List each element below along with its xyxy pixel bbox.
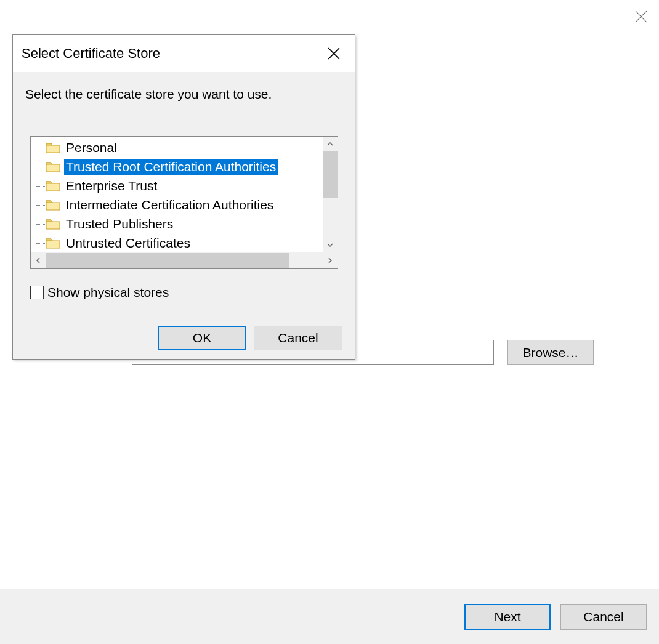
folder-icon bbox=[46, 161, 60, 173]
tree-connector bbox=[36, 157, 43, 176]
tree-item[interactable]: Intermediate Certification Authorities bbox=[31, 195, 323, 214]
horizontal-scrollbar[interactable] bbox=[31, 252, 338, 268]
scroll-down-button[interactable] bbox=[323, 238, 338, 252]
tree-item[interactable]: Trusted Publishers bbox=[31, 214, 323, 233]
scroll-left-button[interactable] bbox=[31, 253, 46, 268]
certificate-store-tree: PersonalTrusted Root Certification Autho… bbox=[30, 136, 338, 269]
browse-button-label: Browse… bbox=[522, 345, 578, 360]
dialog-titlebar: Select Certificate Store bbox=[13, 35, 355, 72]
dialog-buttons: OK Cancel bbox=[158, 326, 342, 350]
tree-item-label: Trusted Publishers bbox=[64, 216, 175, 232]
folder-icon bbox=[46, 142, 60, 154]
folder-icon bbox=[46, 237, 60, 249]
wizard-footer: Next Cancel bbox=[0, 589, 659, 644]
tree-item[interactable]: Untrusted Certificates bbox=[31, 233, 323, 252]
tree-connector bbox=[36, 138, 43, 157]
chevron-down-icon bbox=[327, 242, 333, 248]
dialog-close-button[interactable] bbox=[321, 41, 346, 66]
tree-item[interactable]: Trusted Root Certification Authorities bbox=[31, 157, 323, 176]
tree-connector bbox=[36, 233, 43, 252]
browse-button[interactable]: Browse… bbox=[507, 340, 594, 365]
tree-item-label: Untrusted Certificates bbox=[64, 235, 192, 251]
wizard-cancel-button[interactable]: Cancel bbox=[560, 604, 647, 630]
folder-icon bbox=[46, 180, 60, 192]
next-button[interactable]: Next bbox=[464, 604, 551, 630]
tree-connector bbox=[36, 176, 43, 195]
vertical-scrollbar-thumb[interactable] bbox=[323, 151, 338, 198]
dialog-cancel-button-label: Cancel bbox=[278, 331, 318, 345]
dialog-cancel-button[interactable]: Cancel bbox=[254, 326, 342, 350]
tree-item-label: Enterprise Trust bbox=[64, 178, 159, 194]
folder-icon bbox=[46, 218, 60, 230]
tree-connector bbox=[36, 195, 43, 214]
scroll-right-button[interactable] bbox=[323, 253, 338, 268]
ok-button[interactable]: OK bbox=[158, 326, 246, 350]
select-certificate-store-dialog: Select Certificate Store Select the cert… bbox=[12, 34, 355, 360]
horizontal-scrollbar-thumb[interactable] bbox=[46, 253, 289, 268]
tree-item-label: Trusted Root Certification Authorities bbox=[64, 159, 278, 175]
scroll-up-button[interactable] bbox=[323, 137, 338, 151]
ok-button-label: OK bbox=[193, 331, 211, 345]
dialog-instruction: Select the certificate store you want to… bbox=[25, 87, 272, 102]
chevron-up-icon bbox=[327, 141, 333, 147]
dialog-title: Select Certificate Store bbox=[22, 46, 321, 62]
vertical-scrollbar[interactable] bbox=[323, 137, 338, 252]
chevron-left-icon bbox=[35, 257, 41, 264]
close-icon bbox=[327, 47, 341, 60]
wizard-cancel-button-label: Cancel bbox=[583, 610, 623, 624]
chevron-right-icon bbox=[327, 257, 333, 264]
checkbox-box bbox=[30, 286, 44, 299]
tree-item-label: Personal bbox=[64, 140, 119, 156]
show-physical-stores-checkbox[interactable]: Show physical stores bbox=[30, 285, 169, 300]
folder-icon bbox=[46, 199, 60, 211]
show-physical-stores-label: Show physical stores bbox=[47, 285, 169, 300]
tree-item-label: Intermediate Certification Authorities bbox=[64, 197, 275, 213]
tree-item[interactable]: Enterprise Trust bbox=[31, 176, 323, 195]
tree-connector bbox=[36, 214, 43, 233]
tree-item[interactable]: Personal bbox=[31, 138, 323, 157]
tree-content[interactable]: PersonalTrusted Root Certification Autho… bbox=[31, 137, 323, 252]
next-button-label: Next bbox=[494, 610, 520, 624]
